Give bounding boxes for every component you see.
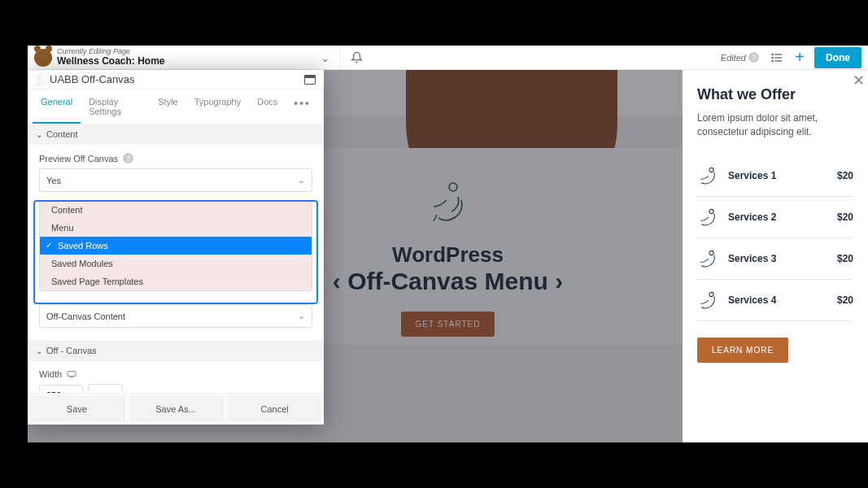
off-canvas-content-label: Off-Canvas Content — [46, 312, 125, 321]
yoga-icon — [697, 207, 720, 228]
offcanvas-preview: ✕ What we Offer Lorem ipsum dolor sit am… — [683, 70, 868, 442]
save-button[interactable]: Save — [30, 396, 124, 422]
svg-point-5 — [772, 60, 773, 61]
width-label: Width — [39, 369, 62, 379]
service-name: Services 3 — [728, 253, 829, 264]
edited-indicator: Edited ? — [721, 52, 759, 63]
panel-title: UABB Off-Canvas — [50, 73, 304, 85]
edited-label: Edited — [721, 53, 746, 63]
content-type-dropdown: Content Menu Saved Rows Saved Modules Sa… — [28, 200, 324, 299]
svg-rect-7 — [68, 372, 76, 377]
service-price: $20 — [837, 253, 853, 264]
page-switcher-chevron-icon[interactable]: ⌄ — [311, 51, 340, 64]
panel-footer: Save Save As... Cancel — [28, 393, 324, 425]
add-module-icon[interactable]: + — [788, 46, 811, 69]
option-saved-rows[interactable]: Saved Rows — [40, 237, 312, 255]
maximize-icon[interactable] — [304, 75, 316, 85]
preview-off-canvas-select[interactable]: Yes ⌄ — [39, 168, 312, 192]
yoga-icon — [697, 248, 720, 269]
option-menu[interactable]: Menu — [40, 219, 312, 237]
help-icon[interactable]: ? — [123, 153, 133, 163]
tab-docs[interactable]: Docs — [249, 89, 286, 124]
content-type-options: Content Menu Saved Rows Saved Modules Sa… — [39, 200, 312, 291]
responsive-icon[interactable] — [67, 370, 76, 378]
section-content-header[interactable]: ⌄ Content — [28, 124, 324, 145]
section-offcanvas-header[interactable]: ⌄ Off - Canvas — [28, 341, 324, 361]
done-button[interactable]: Done — [814, 47, 861, 68]
service-name: Services 4 — [728, 294, 829, 306]
offer-title: What we Offer — [697, 86, 853, 103]
chevron-down-icon: ⌄ — [298, 311, 305, 321]
preview-off-canvas-label: Preview Off Canvas — [39, 154, 118, 163]
off-canvas-content-select[interactable]: Off-Canvas Content ⌄ — [39, 304, 312, 328]
width-unit-select[interactable]: px ⌄ — [88, 384, 123, 393]
tab-display-settings[interactable]: Display Settings — [81, 89, 150, 124]
chevron-down-icon: ⌄ — [36, 130, 42, 139]
section-offcanvas-label: Off - Canvas — [46, 346, 97, 355]
section-content-label: Content — [46, 129, 78, 139]
option-saved-page-templates[interactable]: Saved Page Templates — [40, 272, 312, 290]
settings-tabs: General Display Settings Style Typograph… — [28, 89, 324, 124]
svg-point-9 — [709, 168, 713, 172]
service-name: Services 1 — [728, 170, 829, 181]
drag-handle-icon[interactable] — [36, 74, 43, 85]
outline-icon[interactable] — [765, 46, 788, 69]
off-canvas-content-field: Off-Canvas Content ⌄ — [28, 299, 324, 336]
topbar: Currently Editing Page Wellness Coach: H… — [28, 46, 868, 70]
tab-general[interactable]: General — [33, 89, 81, 124]
svg-point-12 — [709, 292, 713, 296]
tab-typography[interactable]: Typography — [186, 89, 249, 124]
save-as-button[interactable]: Save As... — [129, 396, 224, 422]
beaver-logo-icon — [34, 49, 52, 67]
svg-point-3 — [772, 54, 773, 54]
service-row: Services 3 $20 — [697, 238, 853, 280]
service-name: Services 2 — [728, 211, 829, 223]
svg-point-4 — [772, 57, 773, 58]
panel-header[interactable]: UABB Off-Canvas — [28, 70, 324, 89]
close-icon[interactable]: ✕ — [853, 72, 865, 89]
width-field: Width px ⌄ — [28, 361, 324, 393]
panel-body: ⌄ Content Preview Off Canvas ? Yes ⌄ Con… — [28, 124, 324, 393]
service-row: Services 2 $20 — [697, 197, 853, 238]
svg-point-11 — [709, 251, 713, 255]
module-settings-panel: UABB Off-Canvas General Display Settings… — [28, 70, 324, 425]
page-title: Wellness Coach: Home — [57, 56, 164, 67]
cancel-button[interactable]: Cancel — [228, 396, 321, 422]
service-row: Services 4 $20 — [697, 280, 853, 321]
yoga-icon — [697, 165, 720, 186]
yoga-icon — [697, 290, 720, 311]
notifications-bell-icon[interactable] — [340, 46, 373, 69]
learn-more-button[interactable]: LEARN MORE — [697, 338, 788, 363]
chevron-down-icon: ⌄ — [36, 346, 42, 355]
title-block: Currently Editing Page Wellness Coach: H… — [57, 48, 164, 66]
service-price: $20 — [837, 170, 853, 181]
preview-off-canvas-field: Preview Off Canvas ? Yes ⌄ — [28, 145, 324, 200]
service-price: $20 — [837, 211, 853, 223]
width-input[interactable] — [39, 385, 83, 394]
chevron-down-icon: ⌄ — [298, 175, 305, 185]
tab-overflow-icon[interactable]: ••• — [286, 89, 319, 124]
service-price: $20 — [837, 294, 853, 306]
help-icon[interactable]: ? — [748, 52, 759, 63]
tab-style[interactable]: Style — [150, 89, 185, 124]
option-content[interactable]: Content — [40, 201, 312, 219]
option-saved-modules[interactable]: Saved Modules — [40, 255, 312, 272]
preview-off-canvas-value: Yes — [46, 176, 61, 185]
svg-point-10 — [709, 209, 713, 213]
offer-subtitle: Lorem ipsum dolor sit amet, consectetur … — [697, 111, 853, 139]
app-shell: Currently Editing Page Wellness Coach: H… — [28, 46, 868, 442]
service-row: Services 1 $20 — [697, 155, 853, 197]
